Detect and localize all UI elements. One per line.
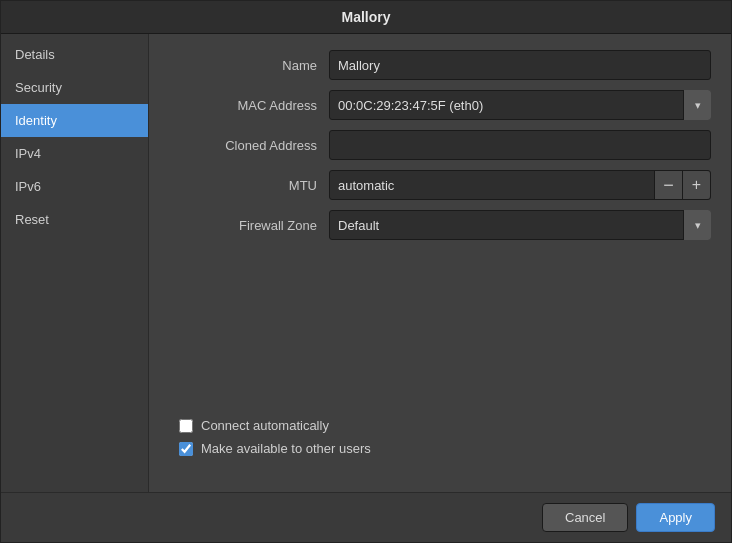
cancel-button[interactable]: Cancel: [542, 503, 628, 532]
content-area: Details Security Identity IPv4 IPv6 Rese…: [1, 34, 731, 492]
cloned-label: Cloned Address: [169, 138, 329, 153]
form-area: Name MAC Address 00:0C:29:23:47:5F (eth0…: [169, 50, 711, 418]
mtu-decrease-button[interactable]: −: [654, 171, 682, 199]
window-title: Mallory: [341, 9, 390, 25]
make-available-row: Make available to other users: [169, 441, 711, 456]
mac-select-wrapper: 00:0C:29:23:47:5F (eth0) ▾: [329, 90, 711, 120]
name-input[interactable]: [329, 50, 711, 80]
sidebar-item-ipv6[interactable]: IPv6: [1, 170, 148, 203]
sidebar-item-reset[interactable]: Reset: [1, 203, 148, 236]
button-bar: Cancel Apply: [1, 492, 731, 542]
connect-auto-label[interactable]: Connect automatically: [201, 418, 329, 433]
dialog-window: Mallory Details Security Identity IPv4 I…: [0, 0, 732, 543]
sidebar: Details Security Identity IPv4 IPv6 Rese…: [1, 34, 149, 492]
cloned-address-input[interactable]: [329, 130, 711, 160]
firewall-select[interactable]: Default: [329, 210, 711, 240]
make-available-label[interactable]: Make available to other users: [201, 441, 371, 456]
firewall-label: Firewall Zone: [169, 218, 329, 233]
firewall-row: Firewall Zone Default ▾: [169, 210, 711, 240]
connect-auto-checkbox[interactable]: [179, 419, 193, 433]
mac-label: MAC Address: [169, 98, 329, 113]
mtu-increase-button[interactable]: +: [682, 171, 710, 199]
title-bar: Mallory: [1, 1, 731, 34]
checkbox-area: Connect automatically Make available to …: [169, 418, 711, 476]
name-row: Name: [169, 50, 711, 80]
connect-auto-row: Connect automatically: [169, 418, 711, 433]
mtu-value: automatic: [330, 178, 654, 193]
mtu-label: MTU: [169, 178, 329, 193]
mtu-row: MTU automatic − +: [169, 170, 711, 200]
sidebar-item-identity[interactable]: Identity: [1, 104, 148, 137]
name-label: Name: [169, 58, 329, 73]
sidebar-item-security[interactable]: Security: [1, 71, 148, 104]
mtu-control: automatic − +: [329, 170, 711, 200]
main-panel: Name MAC Address 00:0C:29:23:47:5F (eth0…: [149, 34, 731, 492]
firewall-select-wrapper: Default ▾: [329, 210, 711, 240]
mac-select[interactable]: 00:0C:29:23:47:5F (eth0): [329, 90, 711, 120]
sidebar-item-ipv4[interactable]: IPv4: [1, 137, 148, 170]
mac-row: MAC Address 00:0C:29:23:47:5F (eth0) ▾: [169, 90, 711, 120]
apply-button[interactable]: Apply: [636, 503, 715, 532]
make-available-checkbox[interactable]: [179, 442, 193, 456]
cloned-row: Cloned Address: [169, 130, 711, 160]
sidebar-item-details[interactable]: Details: [1, 38, 148, 71]
